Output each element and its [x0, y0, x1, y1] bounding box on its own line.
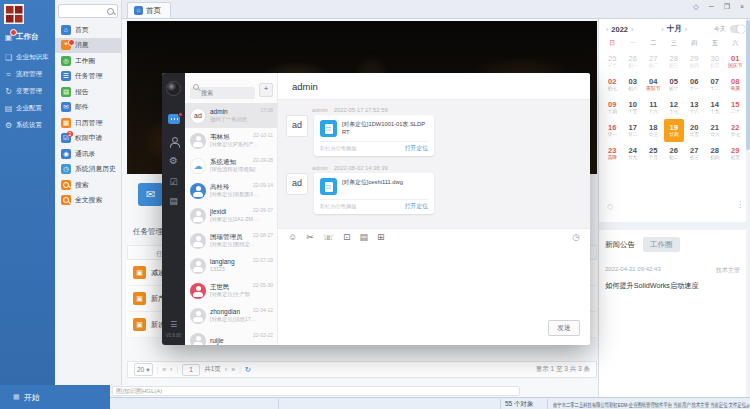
right-scrollbar[interactable]: [746, 18, 750, 397]
messages-tab-icon[interactable]: [168, 114, 180, 124]
nav-item[interactable]: ❝ 消息: [55, 38, 122, 54]
sidebar-item[interactable]: ≈ 流程管理: [0, 66, 55, 83]
scrollbar-thumb[interactable]: [746, 20, 750, 150]
calendar-day[interactable]: 05 初十: [664, 73, 685, 96]
nav-search-input[interactable]: [61, 5, 109, 17]
nav-item[interactable]: ◎ 工作圈: [55, 53, 122, 69]
add-contact-button[interactable]: +: [259, 83, 273, 97]
calendar-day[interactable]: 01 国庆节: [725, 50, 746, 73]
calendar-day[interactable]: 25 三十: [602, 50, 623, 73]
tab-news-announcements[interactable]: 新闻公告: [605, 240, 635, 250]
first-page-button[interactable]: «: [162, 366, 166, 373]
post-title[interactable]: 如何提升SolidWorks启动速度: [605, 281, 740, 291]
capture-icon[interactable]: ⊞: [377, 232, 385, 242]
calendar-day[interactable]: 18 廿三: [643, 119, 664, 142]
page-number-input[interactable]: 1: [182, 364, 200, 376]
calendar-day[interactable]: 29 初四: [684, 50, 705, 73]
next-month-icon[interactable]: ›: [684, 26, 688, 33]
calendar-day[interactable]: 19 廿四: [664, 119, 685, 142]
calendar-day[interactable]: 25 十月: [643, 142, 664, 165]
next-page-button[interactable]: ›: [225, 366, 227, 373]
settings-tab-icon[interactable]: ⚙: [162, 155, 185, 166]
today-toggle[interactable]: [730, 25, 745, 34]
more-menu-icon[interactable]: ⋮: [736, 200, 744, 209]
calendar-day[interactable]: 27 初三: [684, 142, 705, 165]
chat-history-icon[interactable]: ◷: [572, 232, 580, 242]
conversation-item[interactable]: zhongdian [对象定位]消息17… 22-04-12: [185, 303, 277, 328]
calendar-day[interactable]: 09 十四: [602, 96, 623, 119]
notes-tab-icon[interactable]: ▤: [162, 196, 185, 206]
sidebar-item[interactable]: ▣ 工作台: [0, 26, 55, 49]
calendar-day[interactable]: 27 初二: [643, 50, 664, 73]
calendar-day[interactable]: 03 初八: [623, 73, 644, 96]
sidebar-item[interactable]: ▤ 企业配置: [0, 100, 55, 117]
last-page-button[interactable]: »: [231, 366, 235, 373]
contacts-tab-icon[interactable]: [169, 137, 179, 147]
calendar-day[interactable]: 24 廿九: [623, 142, 644, 165]
nav-item[interactable]: ▦ 日历管理: [55, 115, 122, 131]
calendar-day[interactable]: 28 初四: [705, 142, 726, 165]
nav-item[interactable]: ⌂ 首页: [55, 22, 122, 38]
folder-icon[interactable]: ▤: [360, 232, 369, 242]
calendar-day[interactable]: 08 寒露: [725, 73, 746, 96]
prev-page-button[interactable]: ‹: [170, 366, 172, 373]
conversation-item[interactable]: ruijie 22-03-22: [185, 328, 277, 345]
calendar-day[interactable]: 26 初二: [664, 142, 685, 165]
calendar-day[interactable]: 14 十九: [705, 96, 726, 119]
theme-button[interactable]: ◇: [693, 3, 698, 11]
calendar-day[interactable]: 22 廿七: [725, 119, 746, 142]
nav-item[interactable]: 全文搜索: [55, 193, 122, 209]
calendar-day[interactable]: 10 十五: [623, 96, 644, 119]
tab-home[interactable]: ⌂ 首页: [127, 2, 171, 18]
carousel-prev-icon[interactable]: ◇: [607, 202, 613, 211]
calendar-day[interactable]: 28 初三: [664, 50, 685, 73]
start-button[interactable]: ▦ 开始: [0, 385, 110, 409]
screenshot-icon[interactable]: ✂: [306, 232, 314, 242]
calendar-day[interactable]: 26 初一: [623, 50, 644, 73]
next-year-icon[interactable]: ›: [630, 26, 634, 33]
conversation-item[interactable]: langlang 13123 22-07-29: [185, 253, 277, 278]
message-input-area[interactable]: 发送: [278, 244, 590, 345]
emoji-icon[interactable]: ☺: [288, 232, 297, 242]
sidebar-item[interactable]: ❏ 企业知识库: [0, 49, 55, 66]
calendar-day[interactable]: 17 廿二: [623, 119, 644, 142]
tab-work-circle[interactable]: 工作圈: [643, 237, 680, 252]
calendar-day[interactable]: 04 重阳节: [643, 73, 664, 96]
close-button[interactable]: ×: [740, 3, 744, 11]
calendar-day[interactable]: 13 十八: [684, 96, 705, 119]
nav-item[interactable]: ▤ 报告: [55, 84, 122, 100]
shake-icon[interactable]: ☏: [323, 232, 334, 242]
calendar-day[interactable]: 02 初七: [602, 73, 623, 96]
calendar-day[interactable]: 06 十一: [684, 73, 705, 96]
sidebar-item[interactable]: ↻ 变更管理: [0, 83, 55, 100]
nav-item[interactable]: ✉ 邮件: [55, 100, 122, 116]
resize-grip[interactable]: ◢: [744, 401, 749, 408]
open-location-link[interactable]: 打开定位: [405, 144, 428, 153]
conversation-item[interactable]: 韦林旭 [对象定位]P系列产… 22-10-11: [185, 128, 277, 153]
calendar-day[interactable]: 30 初五: [705, 50, 726, 73]
conversation-item[interactable]: 高桂玲 [对象定位]装配图3… 22-09-14: [185, 178, 277, 203]
tasks-tab-icon[interactable]: ☑: [162, 177, 185, 187]
open-location-link[interactable]: 打开定位: [405, 202, 428, 211]
conversation-item[interactable]: jiexidi [对象定位]1A1-ZM… 22-09-07: [185, 203, 277, 228]
message-history[interactable]: admin 2022-05-17 17:52:59 ad [对象定位]1DW10…: [278, 100, 590, 228]
conversation-scroll[interactable]: ad admin 撤回了一条消息 17:08 韦林旭 [对象定位]P系列产…: [185, 103, 277, 345]
conversation-item[interactable]: 国瑞管理员 [对象定位]图纸定… 22-08-27: [185, 228, 277, 253]
prev-month-icon[interactable]: ‹: [660, 26, 664, 33]
menu-icon[interactable]: ☰: [162, 320, 185, 329]
conversation-item[interactable]: 王世民 [对象定位]生产部 22-05-30: [185, 278, 277, 303]
user-avatar[interactable]: [166, 81, 181, 96]
calendar-day[interactable]: 23 霜降: [602, 142, 623, 165]
mail-shortcut-icon[interactable]: ✉: [138, 183, 163, 206]
minimize-button[interactable]: ─: [709, 3, 714, 11]
calendar-day[interactable]: 29 初五: [725, 142, 746, 165]
file-message-card[interactable]: [对象定位]1DW1001-01改.SLDPRT 彩虹办公电脑版 打开定位: [314, 115, 434, 156]
calendar-day[interactable]: 15 二十: [725, 96, 746, 119]
refresh-icon[interactable]: ↻: [245, 365, 251, 374]
nav-item[interactable]: ◷ 系统消息历史: [55, 162, 122, 178]
nav-item[interactable]: 搜索: [55, 177, 122, 193]
conversation-item[interactable]: ☁ 系统通知 [审批流程处理通知] 22-09-28: [185, 153, 277, 178]
nav-item[interactable]: ☰ 任务管理: [55, 69, 122, 85]
prev-year-icon[interactable]: ‹: [605, 26, 609, 33]
maximize-button[interactable]: ❐: [724, 3, 730, 11]
